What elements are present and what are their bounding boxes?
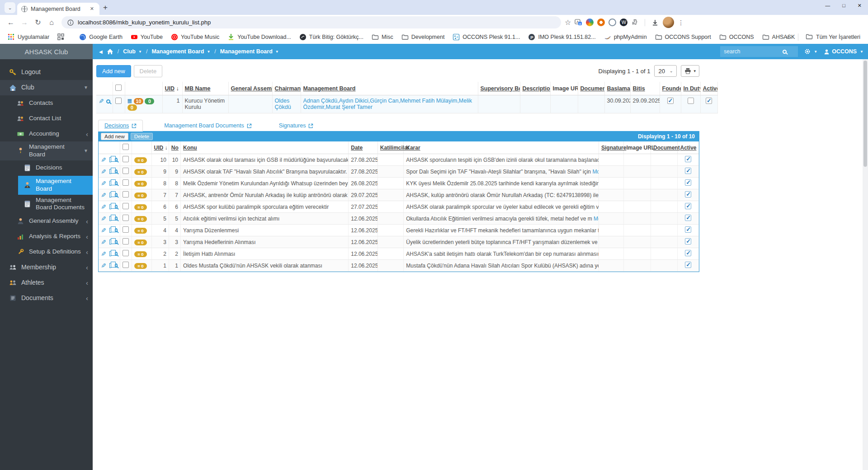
bookmark-item[interactable]: PIMO Plesk 91.151.82... — [525, 32, 599, 42]
window-minimize-button[interactable]: — — [825, 3, 830, 9]
sidebar-item-management-board-documents[interactable]: Management Board Documents — [0, 195, 93, 214]
sidebar-collapse-icon[interactable]: ◀ — [99, 49, 103, 54]
sidebar-item-documents[interactable]: Documents‹ — [0, 290, 93, 306]
attachments-badge[interactable]: ≡ 0 — [134, 251, 146, 257]
row-checkbox[interactable] — [123, 168, 129, 174]
decision-row[interactable]: ✎ ≡ 0 5 5 Atıcılık eğitimi verilmsi için… — [99, 213, 699, 225]
decision-row[interactable]: ✎ ≡ 0 3 3 Yarışma Hedeflerinin Alınması … — [99, 236, 699, 248]
copy-icon[interactable] — [109, 169, 111, 174]
signatures-count-badge[interactable]: 0 — [127, 104, 137, 111]
sidebar-item-general-assembly[interactable]: General Assembly‹ — [0, 213, 93, 229]
view-icon[interactable] — [115, 169, 118, 174]
copy-icon[interactable] — [109, 204, 111, 209]
sidebar-item-membership[interactable]: Membership‹ — [0, 259, 93, 275]
decision-row[interactable]: ✎ ≡ 0 9 9 AHSASK olarak TAF "Havalı Sila… — [99, 166, 699, 178]
active-checkbox[interactable] — [685, 168, 691, 174]
window-close-button[interactable]: ✕ — [858, 3, 862, 9]
col-bitis[interactable]: Bitis — [630, 82, 660, 95]
view-icon[interactable] — [115, 158, 118, 162]
col-active[interactable]: Active — [700, 82, 717, 95]
attachments-badge[interactable]: ≡ 0 — [134, 204, 146, 210]
copy-icon[interactable] — [109, 193, 111, 197]
active-checkbox[interactable] — [685, 156, 691, 162]
bookmark-item[interactable]: YouTube Download... — [224, 32, 294, 42]
col-uid[interactable]: UID ↓ — [151, 141, 169, 154]
active-checkbox[interactable] — [685, 226, 691, 233]
row-checkbox[interactable] — [123, 156, 129, 162]
row-checkbox[interactable] — [123, 226, 129, 233]
edit-icon[interactable]: ✎ — [101, 250, 106, 258]
col-date[interactable]: Date — [349, 141, 378, 154]
sidebar-item-logout[interactable]: Logout — [0, 65, 93, 80]
browser-menu-icon[interactable]: ⋮ — [678, 19, 684, 26]
sidebar-item-setup-definitions[interactable]: Setup & Definitions‹ — [0, 244, 93, 259]
attachments-badge[interactable]: ≡ 0 — [134, 169, 146, 175]
bookmark-item[interactable]: OCCONS Support — [652, 32, 714, 42]
view-icon[interactable] — [115, 205, 118, 209]
row-checkbox[interactable] — [123, 262, 129, 268]
print-button[interactable]: ▾ — [681, 65, 699, 77]
col-founder[interactable]: Founder — [660, 82, 681, 95]
settings-menu[interactable]: ▼ — [804, 48, 817, 55]
edit-icon[interactable]: ✎ — [101, 262, 106, 269]
edit-icon[interactable]: ✎ — [101, 156, 106, 164]
decision-row[interactable]: ✎ ≡ 0 10 10 AHSASK olarak okul taraması … — [99, 154, 699, 166]
profile-avatar[interactable] — [663, 17, 674, 28]
row-checkbox[interactable] — [123, 203, 129, 209]
active-checkbox[interactable] — [685, 238, 691, 244]
edit-icon[interactable]: ✎ — [101, 180, 106, 187]
add-new-button[interactable]: Add new — [96, 65, 131, 77]
edit-icon[interactable]: ✎ — [101, 215, 106, 222]
edit-icon[interactable]: ✎ — [101, 239, 106, 246]
sidebar-item-management-board[interactable]: Management Board▼ — [0, 141, 93, 160]
in-duty-checkbox[interactable] — [688, 98, 694, 104]
row-checkbox[interactable] — [123, 215, 129, 221]
decisions-delete-button[interactable]: Delete — [131, 133, 153, 140]
col-management-board[interactable]: Management Board — [301, 82, 478, 95]
reload-button[interactable]: ↻ — [32, 16, 44, 29]
documents-count-badge[interactable]: 0 — [145, 98, 154, 104]
active-checkbox[interactable] — [685, 191, 691, 197]
decisions-add-new-button[interactable]: Add new — [101, 133, 128, 140]
browser-tab[interactable]: Management Board ✕ — [17, 3, 99, 15]
tab-management-board-documents[interactable]: Management Board Documents — [158, 120, 257, 131]
management-board-links[interactable]: Adnan Çökdü,Aydın Dikici,Gürçin Can,Mehm… — [303, 98, 472, 110]
row-checkbox[interactable] — [123, 179, 129, 186]
bookmark-item[interactable]: Development — [398, 32, 448, 42]
decision-row[interactable]: ✎ ≡ 0 1 1 Oldes Mustafa Çökdü'nün AHSASK… — [99, 260, 699, 272]
breadcrumb-home[interactable] — [107, 48, 113, 55]
search-icon[interactable] — [783, 50, 787, 54]
bookmark-item[interactable]: Misc — [368, 32, 396, 42]
extension-w-icon[interactable]: W — [620, 19, 627, 26]
extension-orange-icon[interactable] — [597, 19, 605, 26]
copy-icon[interactable] — [109, 216, 111, 221]
sidebar-item-athletes[interactable]: Athletes‹ — [0, 275, 93, 290]
active-checkbox[interactable] — [685, 203, 691, 209]
col-baslama[interactable]: Baslama — [604, 82, 630, 95]
attachments-badge[interactable]: ≡ 0 — [134, 263, 146, 269]
user-menu[interactable]: OCCONS ▼ — [824, 48, 863, 55]
col-signature[interactable]: Signature — [599, 141, 624, 154]
decision-row[interactable]: ✎ ≡ 0 8 8 Melik Özdemir Yönetim Kurulund… — [99, 178, 699, 189]
copy-icon[interactable] — [109, 157, 111, 162]
breadcrumb-management-board-2[interactable]: Management Board▼ — [220, 48, 279, 55]
forward-button[interactable]: → — [18, 16, 31, 29]
sidebar-item-decisions[interactable]: Decisions — [0, 160, 93, 176]
col-in-duty[interactable]: In Duty — [681, 82, 700, 95]
decision-row[interactable]: ✎ ≡ 0 2 2 İletişim Hattı Alınması 12.06.… — [99, 248, 699, 260]
scrollbar-thumb[interactable] — [863, 61, 867, 167]
new-tab-button[interactable]: + — [103, 3, 108, 12]
row-checkbox[interactable] — [123, 238, 129, 244]
view-icon[interactable] — [115, 216, 118, 221]
attachments-badge[interactable]: ≡ 0 — [134, 216, 146, 222]
view-icon[interactable] — [115, 240, 118, 244]
attachments-badge[interactable]: ≡ 0 — [134, 157, 146, 163]
edit-icon[interactable]: ✎ — [99, 98, 104, 105]
detail-list-icon[interactable]: ≣ — [127, 98, 132, 104]
tab-signatures[interactable]: Signatures — [273, 120, 320, 131]
attachments-badge[interactable]: ≡ 0 — [134, 181, 146, 187]
breadcrumb-club[interactable]: Club▼ — [123, 48, 142, 55]
global-search-box[interactable] — [720, 46, 798, 57]
row-checkbox[interactable] — [123, 250, 129, 256]
decision-row[interactable]: ✎ ≡ 0 6 6 AHSASK spor kulübü paralimpik … — [99, 201, 699, 213]
